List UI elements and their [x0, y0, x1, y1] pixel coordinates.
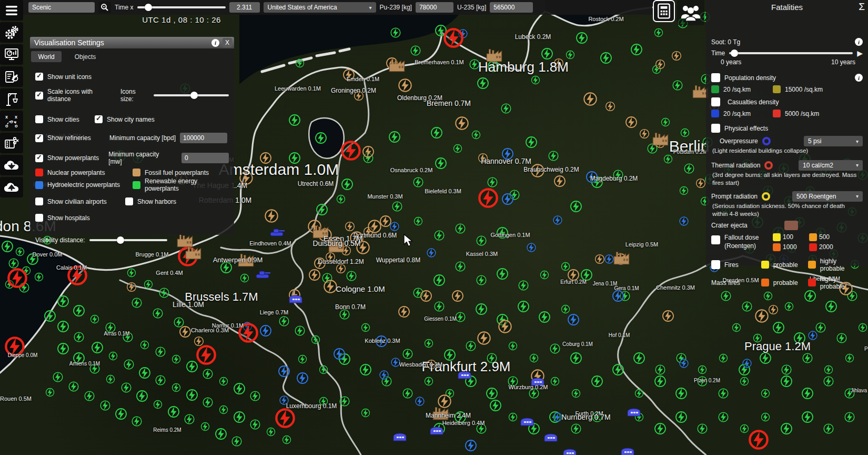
- show-refineries-checkbox[interactable]: [35, 134, 43, 142]
- fossil-powerplant-icon[interactable]: [455, 116, 469, 131]
- renewable-powerplant-icon[interactable]: [541, 47, 553, 60]
- hydro-powerplant-icon[interactable]: [527, 243, 537, 253]
- renewable-powerplant-icon[interactable]: [675, 411, 688, 423]
- sidebar-item-charts[interactable]: [0, 44, 23, 65]
- renewable-powerplant-icon[interactable]: [475, 303, 488, 315]
- renewable-powerplant-icon[interactable]: [402, 349, 413, 360]
- renewable-powerplant-icon[interactable]: [346, 271, 357, 282]
- renewable-powerplant-icon[interactable]: [823, 376, 834, 387]
- renewable-powerplant-icon[interactable]: [501, 103, 512, 114]
- renewable-powerplant-icon[interactable]: [167, 405, 180, 418]
- hydro-powerplant-icon[interactable]: [465, 439, 477, 452]
- renewable-powerplant-icon[interactable]: [434, 301, 445, 312]
- renewable-powerplant-icon[interactable]: [476, 275, 487, 286]
- renewable-powerplant-icon[interactable]: [825, 300, 837, 313]
- fossil-powerplant-icon[interactable]: [625, 116, 638, 128]
- renewable-powerplant-icon[interactable]: [679, 186, 689, 195]
- prompt-radiation-select[interactable]: 500 Roentgen ▾: [792, 191, 863, 202]
- renewable-powerplant-icon[interactable]: [540, 270, 549, 280]
- icons-size-slider[interactable]: [154, 92, 229, 99]
- renewable-powerplant-icon[interactable]: [721, 291, 732, 302]
- fossil-powerplant-icon[interactable]: [398, 305, 410, 318]
- renewable-powerplant-icon[interactable]: [571, 389, 581, 398]
- renewable-powerplant-icon[interactable]: [171, 383, 181, 392]
- fossil-powerplant-icon[interactable]: [264, 209, 279, 223]
- renewable-powerplant-icon[interactable]: [90, 314, 99, 324]
- shelter-dome-icon[interactable]: [519, 414, 535, 427]
- fossil-powerplant-icon[interactable]: [398, 78, 412, 93]
- shelter-dome-icon[interactable]: [620, 444, 635, 455]
- fossil-powerplant-icon[interactable]: [662, 310, 674, 322]
- renewable-powerplant-icon[interactable]: [315, 132, 327, 144]
- renewable-powerplant-icon[interactable]: [718, 412, 729, 423]
- military-unit-icon[interactable]: [254, 268, 272, 280]
- hydro-powerplant-icon[interactable]: [567, 313, 580, 326]
- renewable-powerplant-icon[interactable]: [525, 136, 538, 149]
- fossil-powerplant-icon[interactable]: [594, 254, 605, 264]
- search-button[interactable]: [98, 2, 111, 13]
- renewable-powerplant-icon[interactable]: [802, 353, 813, 364]
- hydro-powerplant-icon[interactable]: [296, 372, 309, 384]
- renewable-powerplant-icon[interactable]: [740, 377, 749, 386]
- renewable-powerplant-icon[interactable]: [430, 126, 443, 139]
- renewable-powerplant-icon[interactable]: [600, 52, 612, 64]
- renewable-powerplant-icon[interactable]: [801, 387, 814, 400]
- scenario-name-input[interactable]: [28, 2, 95, 13]
- renewable-powerplant-icon[interactable]: [496, 268, 509, 280]
- overpressure-select[interactable]: 5 psi ▾: [804, 136, 863, 146]
- hydro-powerplant-icon[interactable]: [390, 222, 400, 232]
- renewable-powerplant-icon[interactable]: [742, 301, 753, 312]
- fossil-powerplant-icon[interactable]: [655, 59, 665, 70]
- min-capacity-bpd-input[interactable]: [180, 133, 227, 143]
- renewable-powerplant-icon[interactable]: [138, 367, 151, 379]
- renewable-powerplant-icon[interactable]: [34, 272, 44, 282]
- renewable-powerplant-icon[interactable]: [836, 333, 847, 344]
- renewable-powerplant-icon[interactable]: [801, 411, 814, 423]
- fossil-powerplant-icon[interactable]: [553, 175, 566, 187]
- hydro-powerplant-icon[interactable]: [553, 215, 563, 225]
- renewable-powerplant-icon[interactable]: [424, 377, 433, 386]
- renewable-powerplant-icon[interactable]: [780, 422, 793, 435]
- hydro-powerplant-icon[interactable]: [278, 365, 290, 378]
- renewable-powerplant-icon[interactable]: [672, 80, 683, 91]
- renewable-powerplant-icon[interactable]: [57, 342, 69, 355]
- renewable-powerplant-icon[interactable]: [718, 388, 729, 399]
- hydro-powerplant-icon[interactable]: [379, 370, 389, 380]
- renewable-powerplant-icon[interactable]: [570, 200, 582, 213]
- renewable-powerplant-icon[interactable]: [591, 375, 603, 388]
- renewable-powerplant-icon[interactable]: [455, 261, 466, 272]
- renewable-powerplant-icon[interactable]: [844, 412, 855, 423]
- renewable-powerplant-icon[interactable]: [630, 43, 643, 56]
- renewable-powerplant-icon[interactable]: [772, 321, 785, 334]
- fossil-powerplant-icon[interactable]: [671, 51, 682, 61]
- fossil-powerplant-icon[interactable]: [362, 145, 375, 158]
- renewable-powerplant-icon[interactable]: [413, 177, 424, 188]
- renewable-powerplant-icon[interactable]: [675, 387, 688, 400]
- renewable-powerplant-icon[interactable]: [698, 365, 707, 374]
- shelter-dome-icon[interactable]: [392, 429, 408, 442]
- renewable-powerplant-icon[interactable]: [477, 77, 489, 90]
- renewable-powerplant-icon[interactable]: [108, 351, 118, 361]
- renewable-powerplant-icon[interactable]: [634, 389, 644, 398]
- renewable-powerplant-icon[interactable]: [612, 363, 624, 376]
- show-unit-icons-checkbox[interactable]: [35, 73, 43, 81]
- shelter-dome-icon[interactable]: [543, 430, 559, 442]
- renewable-powerplant-icon[interactable]: [240, 273, 249, 283]
- renewable-powerplant-icon[interactable]: [74, 332, 85, 343]
- renewable-powerplant-icon[interactable]: [68, 381, 79, 392]
- population-density-info-icon[interactable]: i: [855, 74, 863, 82]
- renewable-powerplant-icon[interactable]: [410, 45, 421, 56]
- renewable-powerplant-icon[interactable]: [341, 178, 354, 191]
- renewable-powerplant-icon[interactable]: [295, 58, 305, 68]
- casualties-density-checkbox[interactable]: [711, 97, 720, 106]
- renewable-powerplant-icon[interactable]: [561, 304, 570, 314]
- renewable-powerplant-icon[interactable]: [127, 268, 136, 278]
- renewable-powerplant-icon[interactable]: [824, 365, 833, 374]
- country-select[interactable]: United States of America ▾: [264, 2, 376, 13]
- fatalities-time-slider[interactable]: [729, 50, 853, 57]
- fossil-powerplant-icon[interactable]: [498, 319, 512, 334]
- nuclear-powerplant-icon[interactable]: [196, 344, 217, 365]
- renewable-powerplant-icon[interactable]: [471, 130, 481, 140]
- sidebar-item-construction[interactable]: [0, 88, 23, 109]
- renewable-powerplant-icon[interactable]: [571, 423, 582, 434]
